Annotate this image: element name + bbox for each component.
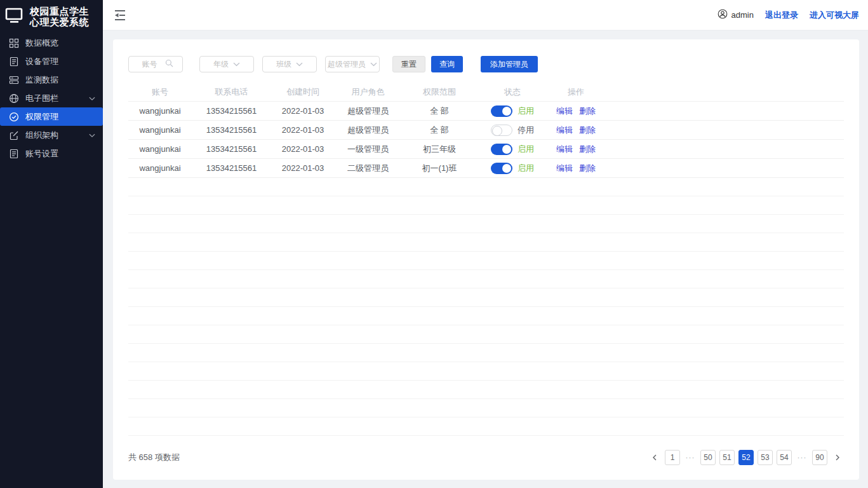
document-icon: [9, 57, 19, 67]
pagination-ellipsis: ···: [684, 453, 697, 462]
cell-status: 启用: [477, 144, 547, 155]
status-toggle[interactable]: [491, 163, 512, 174]
cell-operations: 编辑 删除: [547, 144, 604, 155]
role-select-value: 超级管理员: [328, 59, 366, 70]
empty-table-row: [128, 178, 844, 196]
grid-icon: [9, 38, 19, 48]
page-button[interactable]: 90: [812, 450, 827, 465]
status-toggle[interactable]: [491, 105, 512, 117]
cell-scope: 初一(1)班: [401, 163, 477, 174]
cell-operations: 编辑 删除: [547, 125, 604, 136]
add-admin-button[interactable]: 添加管理员: [481, 56, 538, 72]
page-button[interactable]: 1: [665, 450, 680, 465]
cell-account: wangjunkai: [128, 163, 192, 173]
class-select[interactable]: 班级: [262, 56, 317, 72]
sidebar-item-label: 数据概览: [25, 37, 58, 49]
account-search-field[interactable]: [128, 56, 183, 72]
enter-bigscreen-link[interactable]: 进入可视大屏: [810, 10, 859, 21]
page-button[interactable]: 50: [700, 450, 716, 465]
cell-account: wangjunkai: [128, 106, 192, 116]
next-page-icon[interactable]: [831, 450, 844, 465]
delete-link[interactable]: 删除: [579, 125, 596, 136]
grade-select[interactable]: 年级: [199, 56, 254, 72]
table-row: wangjunkai 13534215561 2022-01-03 二级管理员 …: [128, 159, 844, 178]
cell-account: wangjunkai: [128, 125, 192, 135]
cell-operations: 编辑 删除: [547, 105, 604, 117]
grade-select-value: 年级: [213, 59, 229, 70]
globe-icon: [9, 93, 19, 104]
edit-link[interactable]: 编辑: [556, 125, 573, 136]
chevron-down-icon: [296, 60, 303, 69]
table-footer: 共 658 项数据 1 ··· 50 51 52 53 54 ··· 90: [128, 445, 844, 470]
chevron-down-icon: [233, 60, 240, 69]
table-row: wangjunkai 13534215561 2022-01-03 超级管理员 …: [128, 121, 844, 140]
cell-phone: 13534215561: [192, 125, 271, 135]
delete-link[interactable]: 删除: [579, 105, 596, 117]
empty-table-row: [128, 381, 844, 399]
sidebar-item-account-settings[interactable]: 账号设置: [0, 144, 103, 163]
cell-created: 2022-01-03: [271, 163, 335, 173]
sidebar-item-label: 监测数据: [25, 74, 58, 86]
empty-table-row: [128, 344, 844, 362]
table-row: wangjunkai 13534215561 2022-01-03 一级管理员 …: [128, 140, 844, 159]
edit-link[interactable]: 编辑: [556, 105, 573, 117]
status-toggle[interactable]: [491, 144, 512, 155]
status-label: 启用: [517, 144, 534, 155]
sidebar-item-label: 组织架构: [25, 130, 58, 141]
cell-phone: 13534215561: [192, 106, 271, 116]
chevron-down-icon: [89, 93, 95, 103]
user-area: admin 退出登录 进入可视大屏: [718, 9, 859, 21]
app-title-line2: 心理关爱系统: [30, 17, 89, 27]
sidebar-item-device-management[interactable]: 设备管理: [0, 52, 103, 71]
edit-link[interactable]: 编辑: [556, 144, 573, 155]
prev-page-icon[interactable]: [648, 450, 661, 465]
account-search-input[interactable]: [138, 60, 161, 69]
pagination: 1 ··· 50 51 52 53 54 ··· 90: [648, 450, 844, 465]
cell-role: 二级管理员: [335, 163, 401, 174]
check-circle-icon: [9, 112, 19, 122]
page-button[interactable]: 53: [758, 450, 773, 465]
empty-table-row: [128, 325, 844, 344]
delete-link[interactable]: 删除: [579, 163, 596, 174]
cell-account: wangjunkai: [128, 144, 192, 154]
cell-status: 启用: [477, 105, 547, 117]
total-count: 共 658 项数据: [128, 452, 180, 463]
cell-role: 超级管理员: [335, 105, 401, 117]
col-header-role: 用户角色: [335, 86, 401, 98]
delete-link[interactable]: 删除: [579, 144, 596, 155]
status-label: 停用: [517, 125, 534, 136]
user-chip[interactable]: admin: [718, 9, 754, 21]
empty-table-row: [128, 233, 844, 252]
role-select[interactable]: 超级管理员: [325, 56, 380, 72]
reset-button[interactable]: 重置: [392, 56, 425, 72]
status-toggle[interactable]: [491, 125, 512, 136]
sidebar-item-permission-management[interactable]: 权限管理: [0, 107, 103, 126]
page-button[interactable]: 51: [719, 450, 735, 465]
cell-created: 2022-01-03: [271, 106, 335, 116]
col-header-operations: 操作: [547, 86, 604, 98]
sidebar-item-electronic-fence[interactable]: 电子围栏: [0, 89, 103, 107]
col-header-created: 创建时间: [271, 86, 335, 98]
logout-link[interactable]: 退出登录: [765, 10, 798, 21]
empty-table-row: [128, 417, 844, 436]
sidebar-nav: 数据概览 设备管理 监测数据: [0, 34, 103, 163]
table-header-row: 账号 联系电话 创建时间 用户角色 权限范围 状态 操作: [128, 83, 844, 102]
page-button-current[interactable]: 52: [738, 450, 754, 465]
edit-link[interactable]: 编辑: [556, 163, 573, 174]
pagination-ellipsis: ···: [796, 453, 808, 462]
search-icon: [165, 59, 173, 69]
edit-square-icon: [9, 130, 19, 140]
cell-phone: 13534215561: [192, 144, 271, 154]
content-card: 年级 班级 超级管理员 重置 查询 添: [113, 39, 859, 480]
sidebar-item-monitoring-data[interactable]: 监测数据: [0, 71, 103, 89]
sidebar-item-data-overview[interactable]: 数据概览: [0, 34, 103, 52]
empty-table-row: [128, 196, 844, 215]
chevron-down-icon: [370, 60, 377, 69]
sidebar-item-organization[interactable]: 组织架构: [0, 126, 103, 144]
page-button[interactable]: 54: [777, 450, 792, 465]
empty-table-row: [128, 288, 844, 307]
search-button[interactable]: 查询: [431, 56, 463, 72]
cell-scope: 全 部: [401, 125, 477, 136]
collapse-sidebar-icon[interactable]: [112, 7, 128, 24]
status-label: 启用: [517, 163, 534, 174]
